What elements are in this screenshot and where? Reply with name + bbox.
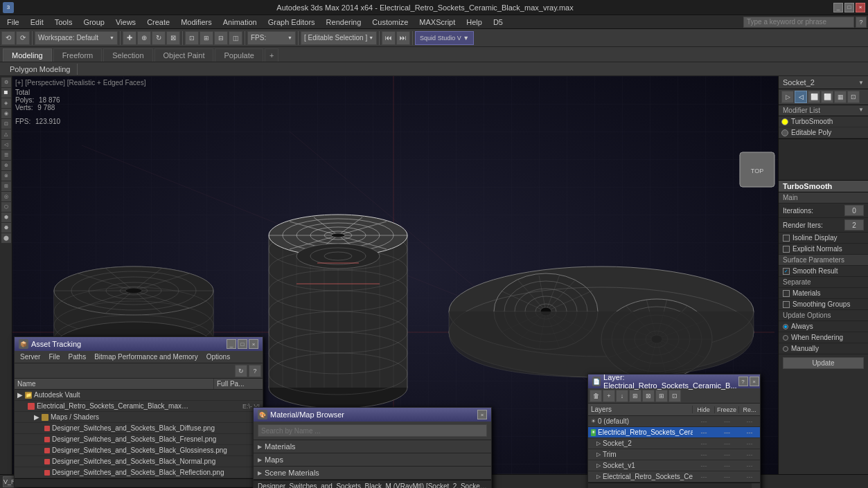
left-icon-5[interactable]: ⊡ xyxy=(1,119,11,129)
right-header-arrow[interactable]: ▼ xyxy=(858,80,864,86)
left-icon-9[interactable]: ⊕ xyxy=(1,161,11,170)
left-icon-11[interactable]: ⊞ xyxy=(1,181,11,191)
menu-rendering[interactable]: Rendering xyxy=(321,15,367,29)
mod-icon-5[interactable]: ▦ xyxy=(834,91,847,103)
menu-graph[interactable]: Graph Editors xyxy=(263,15,321,29)
menu-modifiers[interactable]: Modifiers xyxy=(175,15,218,29)
menu-edit[interactable]: Edit xyxy=(25,15,49,29)
asset-restore-btn[interactable]: □ xyxy=(238,339,247,349)
menu-help[interactable]: Help xyxy=(461,15,488,29)
asset-menu-options[interactable]: Options xyxy=(202,353,234,361)
tab-extra[interactable]: + xyxy=(265,48,278,62)
asset-tb-help[interactable]: ? xyxy=(249,365,261,377)
menu-file[interactable]: File xyxy=(1,15,25,29)
asset-menu-paths[interactable]: Paths xyxy=(64,353,91,361)
scale-btn[interactable]: ⊠ xyxy=(166,31,180,45)
materials-checkbox[interactable] xyxy=(783,290,790,297)
asset-tb-refresh[interactable]: ↻ xyxy=(235,365,247,377)
anim-btn-2[interactable]: ⏭ xyxy=(396,31,410,45)
modifier-list-arrow[interactable]: ▼ xyxy=(858,107,864,114)
menu-views[interactable]: Views xyxy=(110,15,141,29)
tab-selection[interactable]: Selection xyxy=(103,48,152,62)
render-btn[interactable]: Squid Studio V ▼ xyxy=(415,31,474,45)
menu-d5[interactable]: D5 xyxy=(488,15,508,29)
mod-icon-3[interactable]: ⬜ xyxy=(808,91,820,103)
layers-tb-collapse[interactable]: ⊠ xyxy=(642,390,655,402)
mod-icon-6[interactable]: ⊡ xyxy=(847,91,860,103)
mat-section-scene[interactable]: ▶ Scene Materials xyxy=(254,467,491,480)
tab-populate[interactable]: Populate xyxy=(215,48,263,62)
left-icon-2[interactable]: 🔲 xyxy=(1,88,11,98)
modifier-bulb-1[interactable] xyxy=(781,118,788,125)
modifier-editable-poly[interactable]: Editable Poly xyxy=(779,127,868,138)
menu-tools[interactable]: Tools xyxy=(49,15,78,29)
iterations-value[interactable]: 0 xyxy=(844,205,864,216)
move-btn[interactable]: ⊕ xyxy=(137,31,151,45)
modifier-turbosmooth[interactable]: TurboSmooth xyxy=(779,116,868,127)
update-btn[interactable]: Update xyxy=(783,357,864,369)
menu-maxscript[interactable]: MAXScript xyxy=(414,15,461,29)
menu-customize[interactable]: Customize xyxy=(366,15,414,29)
asset-row-diffuse[interactable]: Designer_Switches_and_Sockets_Black_Diff… xyxy=(15,423,263,434)
left-icon-14[interactable]: ⬢ xyxy=(1,213,11,222)
left-icon-4[interactable]: ◉ xyxy=(1,109,11,118)
left-icon-15[interactable]: ⬣ xyxy=(1,223,11,233)
layers-tb-delete[interactable]: 🗑 xyxy=(590,390,602,402)
layers-tb-add[interactable]: + xyxy=(603,390,615,402)
close-btn[interactable]: × xyxy=(856,3,865,12)
left-icon-6[interactable]: △ xyxy=(1,129,11,139)
isoline-checkbox[interactable] xyxy=(783,235,790,242)
rotate-btn[interactable]: ↻ xyxy=(152,31,166,45)
when-rendering-radio[interactable] xyxy=(783,335,788,341)
layers-tb-expand[interactable]: ⊞ xyxy=(629,390,641,402)
redo-btn[interactable]: ⟳ xyxy=(16,31,30,45)
workspace-dropdown[interactable]: Workspace: Default ▼ xyxy=(35,31,118,45)
mat-browser-close[interactable]: × xyxy=(477,410,487,419)
layer-row-electrical[interactable]: ☀ Electrical_Retro_Sockets_Ceramic_... -… xyxy=(588,427,760,438)
smoothing-checkbox[interactable] xyxy=(783,301,790,308)
layers-help-btn[interactable]: ? xyxy=(738,377,748,386)
mod-icon-4[interactable]: ⬜ xyxy=(821,91,833,103)
left-icon-3[interactable]: ◈ xyxy=(1,98,11,108)
layers-tb-grid[interactable]: ⊞ xyxy=(655,390,668,402)
layer-row-socket2[interactable]: ▷ Socket_2 --- --- --- xyxy=(588,438,760,449)
tab-modeling[interactable]: Modeling xyxy=(3,48,52,62)
mat-section-materials[interactable]: ▶ Materials xyxy=(254,440,491,453)
left-icon-16[interactable]: ⬤ xyxy=(1,233,11,243)
asset-close-btn[interactable]: × xyxy=(249,339,258,349)
explicit-checkbox[interactable] xyxy=(783,246,790,253)
menu-create[interactable]: Create xyxy=(141,15,175,29)
tb-btn-3[interactable]: ⊟ xyxy=(214,31,228,45)
layers-hscroll[interactable] xyxy=(588,483,752,488)
asset-row-normal[interactable]: Designer_Switches_and_Sockets_Black_Norm… xyxy=(15,456,263,467)
left-icon-10[interactable]: ⊗ xyxy=(1,171,11,181)
asset-row-reflect[interactable]: Designer_Switches_and_Sockets_Black_Refl… xyxy=(15,467,263,478)
manually-radio[interactable] xyxy=(783,346,788,352)
ribbon-polygon-modeling[interactable]: Polygon Modeling xyxy=(3,64,78,75)
select-btn[interactable]: ✚ xyxy=(123,31,136,45)
asset-row-fresnel[interactable]: Designer_Switches_and_Sockets_Black_Fres… xyxy=(15,434,263,445)
undo-btn[interactable]: ⟲ xyxy=(1,31,15,45)
left-icon-12[interactable]: ◎ xyxy=(1,192,11,201)
tab-freeform[interactable]: Freeform xyxy=(53,48,103,62)
left-icon-13[interactable]: ⬡ xyxy=(1,202,11,212)
menu-animation[interactable]: Animation xyxy=(218,15,263,29)
help-icon[interactable]: ? xyxy=(856,17,867,28)
maximize-btn[interactable]: □ xyxy=(844,3,854,12)
always-radio[interactable] xyxy=(783,324,788,329)
mat-section-maps[interactable]: ▶ Maps xyxy=(254,453,491,467)
asset-row-main-file[interactable]: Electrical_Retro_Sockets_Ceramic_Black_m… xyxy=(15,401,263,412)
asset-row-maps[interactable]: ▶ Maps / Shaders xyxy=(15,412,263,423)
tab-object-paint[interactable]: Object Paint xyxy=(154,48,214,62)
anim-btn-1[interactable]: ⏮ xyxy=(382,31,396,45)
asset-menu-bitmap[interactable]: Bitmap Performance and Memory xyxy=(90,353,202,361)
layer-row-socketv1[interactable]: ▷ Socket_v1 --- --- --- xyxy=(588,460,760,471)
viewport-dropdown[interactable]: FPS: ▼ xyxy=(247,31,296,45)
asset-minimize-btn[interactable]: _ xyxy=(227,339,236,349)
mod-icon-2[interactable]: ◁ xyxy=(795,91,807,103)
asset-row-gloss[interactable]: Designer_Switches_and_Sockets_Black_Glos… xyxy=(15,445,263,456)
asset-menu-server[interactable]: Server xyxy=(16,353,44,361)
menu-group[interactable]: Group xyxy=(78,15,110,29)
layer-row-trim[interactable]: ▷ Trim --- --- --- xyxy=(588,449,760,460)
layers-close-btn[interactable]: × xyxy=(750,377,759,386)
